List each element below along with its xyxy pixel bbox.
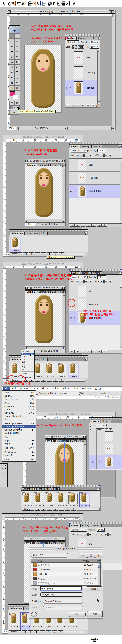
prev-frame-button[interactable]: ◀| bbox=[28, 630, 33, 634]
menu-item-save-optimized[interactable]: Save Optimized⌥⌘S bbox=[2, 422, 36, 425]
frame-delay[interactable]: ‥ 0.1 sec. ▾ bbox=[34, 504, 44, 506]
delete-frame-button[interactable]: ♻ bbox=[58, 252, 64, 256]
file-row[interactable]: 7f783006_m.jpg 2005.2.4 bbox=[32, 581, 100, 586]
layer-row-brows[interactable]: 눈썹 copy bbox=[69, 172, 122, 184]
tab-history[interactable]: History bbox=[101, 420, 111, 423]
frame-3[interactable]: 3 1 sec. ▾ bbox=[34, 363, 44, 379]
frame-delay[interactable]: ‥ 0.5 sec. ▾ bbox=[80, 504, 90, 506]
link-cell[interactable] bbox=[73, 285, 77, 298]
unify-visibility-button[interactable]: ◉ bbox=[104, 154, 108, 157]
history-brush-tool[interactable]: ↺ bbox=[14, 54, 20, 60]
menu-item-1.0[interactable]: 1.0 bbox=[21, 360, 34, 363]
visibility-cell[interactable]: ◉ bbox=[65, 80, 69, 96]
horizontal-scrollbar[interactable]: ◀▶ bbox=[25, 346, 65, 349]
next-frame-button[interactable]: ‖▶ bbox=[75, 350, 80, 353]
dodge-tool[interactable]: ◐ bbox=[14, 64, 20, 70]
menu-item-close-all[interactable]: Close All⌥⌘W bbox=[2, 405, 36, 408]
palette-menu-icon[interactable]: ▶ bbox=[84, 358, 87, 360]
menu-item-export-original[interactable]: Export Original... bbox=[2, 414, 36, 418]
gradient-tool[interactable] bbox=[14, 60, 20, 64]
zoom-box-icon[interactable] bbox=[112, 10, 114, 13]
title-bar[interactable]: 금발 copy @ 300% (금발머리여자, RGB) bbox=[23, 412, 115, 416]
link-cell[interactable] bbox=[69, 65, 73, 80]
menu-file[interactable]: File bbox=[2, 387, 10, 390]
recent-button[interactable]: ◷▾ bbox=[95, 552, 103, 558]
visibility-cell[interactable]: ◉ bbox=[69, 184, 73, 198]
clone-stamp-tool[interactable]: ⊕ bbox=[9, 54, 14, 60]
palette-hscroll[interactable] bbox=[64, 379, 86, 382]
menu-select[interactable]: Select bbox=[50, 387, 62, 390]
palette-menu-icon[interactable]: ▶ bbox=[96, 487, 100, 490]
next-frame-button[interactable]: |▶ bbox=[40, 378, 46, 382]
cancel-button[interactable]: 취소 bbox=[69, 612, 86, 617]
menu-filter[interactable]: Filter bbox=[62, 387, 71, 390]
unify-position-button[interactable]: ✛ bbox=[100, 280, 104, 283]
background-color-swatch[interactable] bbox=[13, 94, 18, 100]
prev-frame-button[interactable]: ◀| bbox=[40, 508, 46, 510]
palette-menu-icon[interactable]: ▶ bbox=[118, 271, 122, 274]
prev-frame-button[interactable]: ◀‖ bbox=[70, 350, 74, 353]
scroll-right-icon[interactable]: ▶ bbox=[86, 631, 87, 633]
filename-input[interactable] bbox=[40, 586, 82, 590]
menu-window[interactable]: Window bbox=[80, 387, 93, 390]
vertical-scrollbar[interactable]: ▼ bbox=[84, 442, 86, 487]
tab-imagemap[interactable]: Image Map bbox=[37, 488, 52, 490]
windowshade-box-icon[interactable] bbox=[109, 10, 112, 13]
unify-style-button[interactable]: ▣ bbox=[108, 533, 112, 536]
menu-item-revert[interactable]: Revert bbox=[2, 418, 36, 421]
eraser-tool[interactable]: ▭ bbox=[9, 60, 14, 64]
tab-4up[interactable]: 4-Up bbox=[78, 440, 86, 442]
duplicate-frame-button[interactable]: ❏ bbox=[52, 630, 57, 634]
palette-menu-icon[interactable]: ▶ bbox=[84, 232, 87, 234]
unify-style-button[interactable]: ▣ bbox=[108, 280, 112, 283]
blend-mode-select[interactable]: Normal⇕ bbox=[70, 149, 88, 152]
active-brush-cell[interactable]: ✎ bbox=[96, 456, 104, 468]
tab-imagemap[interactable]: Image Map bbox=[25, 232, 40, 235]
server-button[interactable]: ⊛▾ bbox=[79, 552, 87, 558]
menu-image[interactable]: Image bbox=[18, 387, 30, 390]
title-bar[interactable]: 금발 copy @ 300% (금발머리여자, RGB) bbox=[3, 135, 83, 139]
link-cell[interactable] bbox=[73, 172, 77, 184]
frame-delay[interactable]: ‥ 0.1 sec. ▾ bbox=[56, 504, 67, 506]
new-layer-button[interactable]: ▣ bbox=[97, 350, 102, 353]
tab-actions[interactable]: Actions bbox=[92, 145, 102, 148]
close-box-icon[interactable] bbox=[8, 10, 10, 13]
tab-original[interactable]: Original bbox=[25, 164, 37, 166]
tab-slice[interactable]: Slice bbox=[52, 488, 60, 490]
menu-item-save-as[interactable]: Save As...⇧⌘S bbox=[2, 411, 36, 414]
tab-animation[interactable]: Animation bbox=[9, 607, 24, 610]
tab-layers[interactable]: Layers bbox=[90, 420, 100, 423]
frame-1[interactable]: 1 ‥ 1 sec. ▾ bbox=[22, 492, 32, 508]
layer-row-brows[interactable] bbox=[89, 443, 122, 456]
layer-row-lips[interactable]: 입술 bbox=[65, 50, 100, 65]
menu-item-2.0[interactable]: 2.0 bbox=[21, 363, 34, 366]
palette-scrollbar[interactable]: ▲▼ bbox=[120, 158, 122, 224]
resize-grip-icon[interactable]: ⋰ bbox=[96, 104, 99, 107]
timing-select[interactable]: -- / -- sec @ 28.8 Kbps ▾ bbox=[35, 350, 65, 352]
close-box-icon[interactable] bbox=[26, 286, 28, 289]
delete-layer-button[interactable]: ♻ bbox=[102, 350, 107, 353]
palette-hscroll[interactable] bbox=[64, 630, 86, 634]
frame-2[interactable]: 2 ‥ 0.1 sec. ▾ bbox=[34, 492, 44, 508]
lock-transparency-button[interactable]: ▨ bbox=[72, 46, 74, 48]
frame-delay[interactable]: 1 sec. ▾ bbox=[10, 250, 21, 252]
close-box-icon[interactable] bbox=[26, 160, 28, 162]
frame-delay[interactable]: 1 sec. ▾ bbox=[56, 376, 67, 378]
layer-row-lips[interactable] bbox=[89, 430, 122, 443]
delete-frame-button[interactable]: ♻ bbox=[58, 630, 63, 634]
prev-frame-button[interactable]: ◀| bbox=[28, 252, 34, 256]
palette-grip[interactable] bbox=[65, 34, 100, 36]
layer-mask-button[interactable]: ◎ bbox=[70, 104, 75, 107]
new-set-button[interactable]: ▱ bbox=[92, 350, 96, 353]
prev-frame-button[interactable]: ◀‖ bbox=[70, 224, 74, 226]
menu-item-import[interactable]: Import▶ bbox=[2, 439, 36, 442]
next-frame-button[interactable]: ‖▶ bbox=[75, 224, 80, 226]
opacity-value[interactable]: 100%▶ bbox=[90, 40, 99, 44]
tab-optimized[interactable]: Optimized bbox=[37, 164, 50, 166]
new-folder-button[interactable]: 새로운 ▱ bbox=[86, 586, 102, 591]
unify-visibility-button[interactable]: ◉ bbox=[104, 533, 108, 536]
frame-5[interactable]: 5 1 sec. ▾ bbox=[56, 363, 67, 379]
active-brush-cell[interactable]: ✎ bbox=[73, 184, 77, 198]
play-button[interactable]: ▶ bbox=[46, 508, 52, 510]
screen-mode-button[interactable]: ▭ bbox=[0, 467, 4, 470]
